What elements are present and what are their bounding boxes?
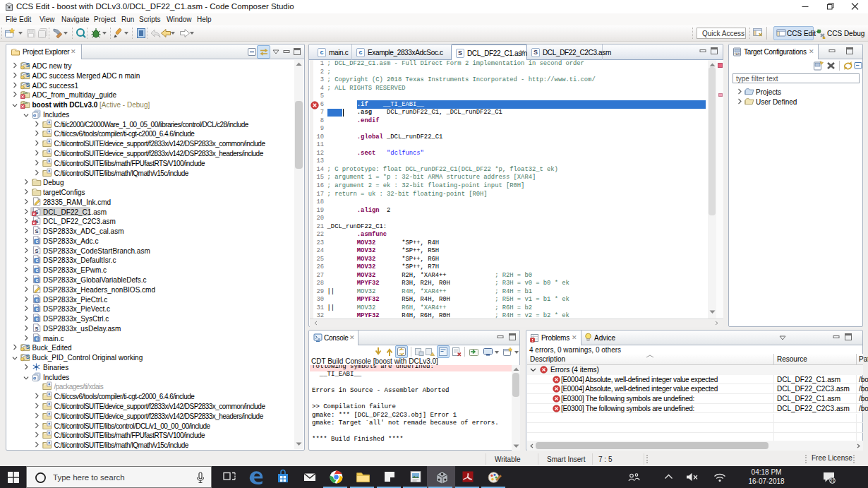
svg-text:S: S — [26, 353, 30, 360]
svg-text:ccs: ccs — [23, 91, 28, 95]
svg-text:c: c — [35, 307, 38, 311]
svg-text:21: 21 — [830, 478, 836, 483]
svg-text:S: S — [26, 71, 30, 78]
svg-text:c: c — [35, 239, 38, 244]
svg-text:c: c — [35, 297, 38, 302]
svg-text:c: c — [35, 316, 38, 321]
svg-text:TAR: TAR — [735, 52, 740, 56]
svg-text:ccs: ccs — [23, 101, 28, 105]
svg-text:S: S — [35, 228, 38, 234]
svg-text:S: S — [26, 343, 30, 350]
svg-text:c: c — [35, 268, 38, 273]
svg-text:S: S — [26, 81, 30, 88]
svg-text:S: S — [35, 326, 38, 332]
svg-text:S: S — [35, 247, 38, 254]
svg-text:c: c — [35, 336, 38, 341]
svg-text:c: c — [35, 258, 38, 263]
svg-text:c: c — [35, 278, 38, 282]
svg-text:S: S — [26, 61, 30, 69]
